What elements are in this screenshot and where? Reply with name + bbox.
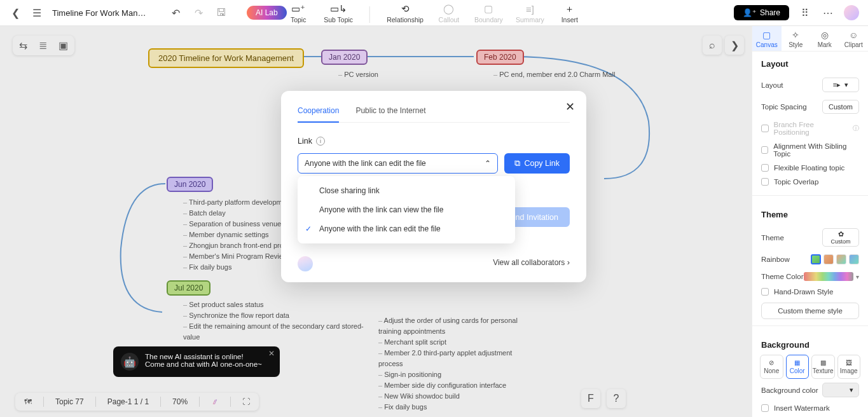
ai-lab-button[interactable]: AI Lab <box>247 6 287 20</box>
undo-icon[interactable]: ↶ <box>169 6 182 19</box>
link-label-row: Link i <box>298 137 570 146</box>
zoom-level[interactable]: 70% <box>172 397 188 406</box>
info-icon[interactable]: i <box>316 137 325 146</box>
topbar-right: 👤⁺ Share ⠿ ⋯ <box>734 5 868 20</box>
chevron-down-icon[interactable]: ▾ <box>856 273 859 280</box>
outline-view-icon[interactable]: ≣ <box>39 39 47 51</box>
copy-icon: ⧉ <box>514 159 520 168</box>
panel-tab-canvas[interactable]: ▢ Canvas <box>752 26 782 51</box>
check-flex-float[interactable]: Flexible Floating topic <box>752 161 868 175</box>
bg-tab-none[interactable]: ⊘None <box>760 355 783 379</box>
insert-icon: ＋ <box>565 4 574 14</box>
view-mode-switcher: ⇆ ≣ ▣ <box>13 36 74 55</box>
chevron-right-icon: › <box>567 257 570 267</box>
theme-color-label: Theme Color <box>761 273 803 280</box>
section-theme-title: Theme <box>752 202 868 224</box>
timeline-node-jul[interactable]: Jul 2020 <box>167 280 210 296</box>
slideshow-view-icon[interactable]: ▣ <box>59 39 68 51</box>
check-watermark[interactable]: Insert Watermark <box>752 401 868 415</box>
tool-insert[interactable]: ＋ Insert <box>557 4 582 24</box>
timeline-node-jun[interactable]: Jun 2020 <box>167 177 213 192</box>
theme-color-bar[interactable] <box>804 272 853 281</box>
tab-public-internet[interactable]: Public to the Internet <box>355 106 425 122</box>
format-button[interactable]: F <box>581 389 600 408</box>
theme-selector[interactable]: ✿Custom <box>822 228 859 247</box>
option-can-edit[interactable]: ✓ Anyone with the link can edit the file <box>298 219 515 238</box>
tool-subtopic[interactable]: ▭↳ Sub Topic <box>324 4 353 24</box>
rainbow-label: Rainbow <box>761 256 790 263</box>
bg-color-picker[interactable]: ▾ <box>822 383 859 397</box>
tab-cooperation[interactable]: Cooperation <box>298 106 339 123</box>
tool-relationship[interactable]: ⟲ Relationship <box>387 4 424 24</box>
timeline-node-feb[interactable]: Feb 2020 <box>476 50 524 65</box>
copy-link-button[interactable]: ⧉ Copy Link <box>504 153 570 174</box>
ai-stripes-icon[interactable]: ⫽ <box>211 397 219 406</box>
toast-line2: Come and chat with AI one-on-one~ <box>145 360 262 368</box>
custom-theme-button[interactable]: Custom theme style <box>761 303 859 319</box>
option-can-view[interactable]: Anyone with the link can view the file <box>298 200 515 219</box>
timeline-subitems-jan: PC version <box>338 69 378 80</box>
spacing-label: Topic Spacing <box>761 103 807 111</box>
more-icon[interactable]: ⋯ <box>821 6 835 20</box>
rainbow-swatch-2[interactable] <box>823 254 834 264</box>
map-icon[interactable]: 🗺 <box>24 397 32 406</box>
tool-topic[interactable]: ▭⁺ Topic <box>286 4 311 24</box>
panel-tab-mark[interactable]: ◎ Mark <box>810 26 839 51</box>
spacing-selector[interactable]: Custom <box>822 100 859 114</box>
check-topic-overlap[interactable]: Topic Overlap <box>752 175 868 189</box>
rainbow-swatch-4[interactable] <box>849 254 859 264</box>
help-button[interactable]: ? <box>607 389 626 408</box>
bg-tab-image[interactable]: 🖼Image <box>837 355 861 379</box>
chevron-right-icon: ❯ <box>731 39 739 51</box>
redo-icon[interactable]: ↷ <box>192 6 205 19</box>
fullscreen-icon[interactable]: ⛶ <box>242 397 250 406</box>
texture-icon: ▩ <box>820 359 826 366</box>
chevron-up-icon: ⌃ <box>485 159 491 168</box>
search-icon: ⌕ <box>709 39 715 51</box>
bg-tab-texture[interactable]: ▩Texture <box>811 355 835 379</box>
toast-close-icon[interactable]: ✕ <box>268 349 275 358</box>
check-icon: ✓ <box>305 224 312 233</box>
modal-close-icon[interactable]: ✕ <box>565 100 575 114</box>
mark-tab-icon: ◎ <box>821 30 829 40</box>
link-permission-dropdown: Close sharing link Anyone with the link … <box>298 176 515 243</box>
share-button[interactable]: 👤⁺ Share <box>734 5 789 20</box>
menu-icon[interactable]: ☰ <box>31 6 43 19</box>
rainbow-swatch-1[interactable] <box>811 254 821 264</box>
timeline-root-node[interactable]: 2020 Timeline for Work Management <box>148 48 304 68</box>
check-hand-drawn[interactable]: Hand-Drawn Style <box>752 285 868 299</box>
search-button[interactable]: ⌕ <box>703 36 722 55</box>
rainbow-swatch-3[interactable] <box>836 254 846 264</box>
option-close-sharing[interactable]: Close sharing link <box>298 181 515 200</box>
timeline-subitems-aug: Adjust the order of using cards for pers… <box>378 315 537 413</box>
panel-tabs: ▢ Canvas ✧ Style ◎ Mark ☺ Clipart <box>752 26 868 51</box>
canvas-tab-icon: ▢ <box>762 30 771 40</box>
theme-icon: ✿ <box>838 230 844 238</box>
clipart-tab-icon: ☺ <box>849 30 858 40</box>
expand-panel-button[interactable]: ❯ <box>725 36 744 55</box>
bg-tab-color[interactable]: ▦Color <box>786 355 809 379</box>
chevron-down-icon: ▾ <box>844 81 848 89</box>
link-permission-select[interactable]: Anyone with the link can edit the file ⌃ <box>298 153 498 174</box>
back-icon[interactable]: ❮ <box>9 6 22 19</box>
user-avatar[interactable] <box>844 5 859 20</box>
save-icon[interactable]: 🖫 <box>215 6 228 19</box>
check-align-sibling[interactable]: Alignment With Sibling Topic <box>752 139 868 161</box>
info-icon: ⓘ <box>853 124 859 133</box>
timeline-node-jan[interactable]: Jan 2020 <box>321 50 368 65</box>
check-branch-free: Branch Free Positioningⓘ <box>752 118 868 139</box>
link-permission-row: Anyone with the link can edit the file ⌃… <box>298 153 570 174</box>
boundary-icon: ▢ <box>484 4 493 14</box>
layout-selector[interactable]: ≡▸▾ <box>822 78 859 92</box>
theme-label: Theme <box>761 234 784 242</box>
mindmap-view-icon[interactable]: ⇆ <box>19 39 27 51</box>
view-all-collaborators-link[interactable]: View all collaborators › <box>298 257 570 267</box>
tool-summary: ≡] Summary <box>516 4 544 24</box>
panel-tab-clipart[interactable]: ☺ Clipart <box>839 26 869 51</box>
page-indicator[interactable]: Page-1 1 / 1 <box>107 397 149 406</box>
panel-tab-style[interactable]: ✧ Style <box>782 26 811 51</box>
apps-grid-icon[interactable]: ⠿ <box>798 6 812 20</box>
format-icon: F <box>588 393 594 404</box>
tool-boundary: ▢ Boundary <box>474 4 503 24</box>
top-toolbar: ❮ ☰ Timeline For Work Mana… ↶ ↷ 🖫 AI Lab… <box>0 0 868 26</box>
